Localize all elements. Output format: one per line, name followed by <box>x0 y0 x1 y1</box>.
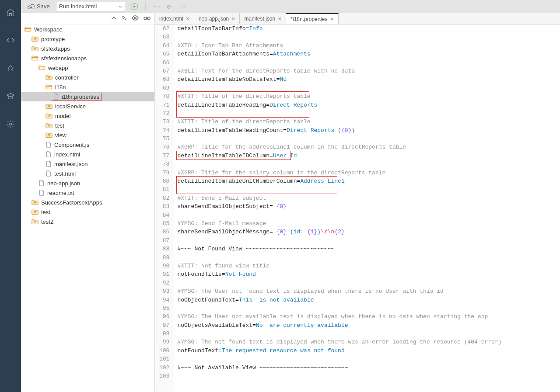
run-button[interactable] <box>130 2 139 11</box>
code-line[interactable] <box>177 59 556 67</box>
svg-point-0 <box>10 123 12 125</box>
code-line[interactable]: #XGRP: Title for the salary column in th… <box>177 169 556 177</box>
code-line[interactable]: detailIconTabBarInfo=Info <box>177 24 556 33</box>
code-line[interactable]: #XTIT: Title of the directReports table <box>177 92 556 101</box>
save-label: Save <box>37 3 50 10</box>
tree-folder[interactable]: webapp <box>21 63 154 73</box>
code-line[interactable]: detailIconTabBarAttachments=Attachments <box>177 50 556 58</box>
code-line[interactable] <box>177 33 556 41</box>
code-line[interactable]: #XBLI: Text for the directReports table … <box>177 67 556 75</box>
code-line[interactable] <box>177 279 556 287</box>
tree-file[interactable]: test.html <box>21 169 154 178</box>
svg-point-2 <box>134 17 136 19</box>
tree-file[interactable]: readme.txt <box>21 188 154 198</box>
editor-pane: index.html×neo-app.json×manifest.json×*i… <box>155 13 560 392</box>
code-line[interactable]: #~~~ Not Found View ~~~~~~~~~~~~~~~~~~~~… <box>177 245 556 253</box>
close-icon[interactable]: × <box>278 15 281 22</box>
run-config-label: Run index.html <box>59 3 97 10</box>
run-config-select[interactable]: Run index.html <box>56 2 126 11</box>
code-line[interactable]: #XGRP: Title for the addressLine1 column… <box>177 143 556 151</box>
code-line[interactable] <box>177 185 556 194</box>
tree-file[interactable]: Component.js <box>21 140 154 149</box>
code-line[interactable]: detailLineItemTableNoDataText=No <box>177 75 556 83</box>
back-icon[interactable] <box>165 3 175 10</box>
tree-folder[interactable]: model <box>21 111 154 121</box>
tree-folder[interactable]: i18n <box>21 82 154 92</box>
editor-tab[interactable]: index.html× <box>155 13 194 24</box>
graduation-icon[interactable] <box>0 87 21 105</box>
tree-folder[interactable]: sfsfextensionapps <box>21 53 154 63</box>
forward-icon[interactable] <box>178 3 188 10</box>
tree-folder[interactable]: view <box>21 130 154 140</box>
code-line[interactable]: #YMSG: Send E-Mail message <box>177 219 556 228</box>
code-line[interactable] <box>177 160 556 168</box>
code-line[interactable]: noObjectsAvailableText=No are currently … <box>177 321 556 330</box>
editor-tab[interactable]: *i18n.properties× <box>286 13 338 24</box>
close-icon[interactable]: × <box>231 15 235 22</box>
home-icon[interactable] <box>0 3 21 21</box>
code-line[interactable]: #~~~ Not Available View ~~~~~~~~~~~~~~~~… <box>177 364 556 372</box>
editor-tab[interactable]: manifest.json× <box>240 13 286 24</box>
tree-folder[interactable]: SuccessFactorsextApps <box>21 198 154 207</box>
code-line[interactable]: detailLineItemTableIDColumn=User Id <box>177 152 556 160</box>
code-line[interactable] <box>177 135 556 143</box>
tree-folder[interactable]: controller <box>21 73 154 82</box>
undo-icon[interactable] <box>152 3 161 10</box>
code-line[interactable]: #YMSG: The User not available text is di… <box>177 312 556 321</box>
code-line[interactable]: notFoundText=The requested resource was … <box>177 347 556 355</box>
code-line[interactable] <box>177 84 556 92</box>
save-button[interactable]: Save <box>24 2 52 10</box>
code-line[interactable]: noObjectFoundText=This is not available <box>177 296 556 304</box>
tree-file[interactable]: i18n.properties <box>21 92 154 101</box>
code-icon[interactable] <box>0 31 21 49</box>
code-line[interactable]: detailLineItemTableHeadingCount=Direct R… <box>177 126 556 135</box>
code-line[interactable] <box>177 304 556 312</box>
code-line[interactable]: #XTIT: Not found view title <box>177 262 556 270</box>
editor-tab[interactable]: neo-app.json× <box>194 13 240 24</box>
code-line[interactable] <box>177 236 556 245</box>
collapse-icon[interactable] <box>111 15 117 22</box>
tree-folder[interactable]: prototype <box>21 34 154 44</box>
toolbar: Save Run index.html <box>21 0 560 13</box>
eye-icon[interactable] <box>132 15 139 22</box>
code-line[interactable]: shareSendEmailObjectMessage= {0} (id: {1… <box>177 228 556 236</box>
link-icon[interactable] <box>121 15 127 22</box>
tree-folder[interactable]: sfsfextapps <box>21 44 154 53</box>
code-line[interactable]: #YMSG: The not found text is displayed w… <box>177 338 556 346</box>
code-line[interactable]: detailLineItemTableUnitNumberColumn=Addr… <box>177 177 556 185</box>
svg-point-4 <box>147 17 150 20</box>
tree-file[interactable]: manifest.json <box>21 159 154 169</box>
sidebar-toolbar <box>21 13 154 24</box>
code-line[interactable]: #XTIT: Title of the directReports table <box>177 118 556 126</box>
code-line[interactable] <box>177 330 556 338</box>
tree-folder[interactable]: test2 <box>21 217 154 226</box>
tree-folder[interactable]: localService <box>21 101 154 111</box>
code-line[interactable] <box>177 211 556 219</box>
code-line[interactable]: detailLineItemTableHeading=Direct Report… <box>177 101 556 109</box>
svg-point-3 <box>144 17 147 20</box>
tree-folder[interactable]: test <box>21 121 154 130</box>
gear-icon[interactable] <box>0 115 21 133</box>
code-line[interactable]: shareSendEmailObjectSubject= {0} <box>177 202 556 211</box>
tree-file[interactable]: neo-app.json <box>21 178 154 188</box>
left-rail <box>0 0 21 392</box>
code-line[interactable] <box>177 355 556 363</box>
chevron-down-icon <box>119 4 123 9</box>
code-line[interactable] <box>177 372 556 380</box>
code-line[interactable] <box>177 109 556 118</box>
code-line[interactable]: notFoundTitle=Not Found <box>177 270 556 278</box>
code-line[interactable]: #YMSG: The User not found text is displa… <box>177 287 556 295</box>
glasses-icon[interactable] <box>143 15 151 22</box>
tree-folder[interactable]: test <box>21 207 154 217</box>
rocket-icon[interactable] <box>0 59 21 77</box>
code-line[interactable]: #XTIT: Send E-Mail subject <box>177 194 556 202</box>
close-icon[interactable]: × <box>330 16 333 23</box>
code-editor[interactable]: 6263646566676869707172737475767778798081… <box>155 24 560 392</box>
code-line[interactable] <box>177 253 556 262</box>
tree-root[interactable]: Workspace <box>21 24 154 34</box>
file-explorer: Workspaceprototypesfsfextappssfsfextensi… <box>21 13 155 392</box>
code-line[interactable]: #XTOL: Icon Tab Bar Attachments <box>177 42 556 50</box>
tree-file[interactable]: index.html <box>21 149 154 159</box>
close-icon[interactable]: × <box>186 15 189 22</box>
